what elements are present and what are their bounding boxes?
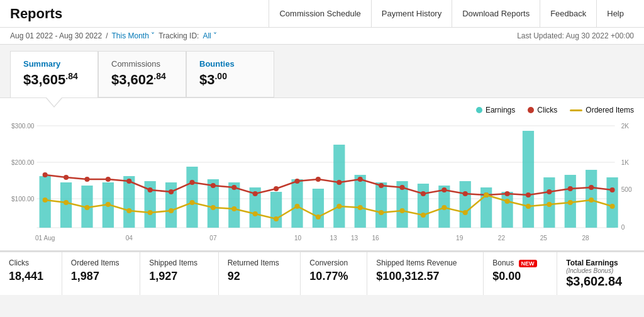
tracking-selector[interactable]: All ˅ — [203, 31, 217, 40]
returned-items-label: Returned Items — [228, 259, 292, 267]
clicks-dot — [528, 107, 534, 113]
chart-svg: $300.00 $200.00 $100.00 2K 1K 500 0 — [10, 120, 634, 245]
svg-point-85 — [421, 213, 426, 218]
stat-clicks: Clicks 18,441 — [0, 252, 62, 295]
separator: / — [106, 31, 108, 40]
clicks-label: Clicks — [537, 106, 557, 114]
stat-conversion: Conversion 10.77% — [301, 252, 367, 295]
svg-text:07: 07 — [209, 235, 217, 242]
svg-point-41 — [84, 177, 89, 182]
commissions-value: $3,602.84 — [111, 71, 173, 88]
summary-card-commissions[interactable]: Commissions $3,602.84 — [98, 51, 186, 97]
nav-payment-history[interactable]: Payment History — [371, 0, 452, 28]
svg-point-83 — [379, 210, 384, 215]
svg-point-93 — [589, 197, 594, 203]
svg-point-77 — [253, 211, 258, 216]
summary-card-summary[interactable]: Summary $3,605.84 — [10, 51, 98, 97]
svg-point-91 — [547, 202, 552, 207]
bounties-value: $3.00 — [199, 71, 261, 88]
svg-point-73 — [169, 208, 174, 213]
svg-point-87 — [463, 210, 468, 215]
svg-point-80 — [316, 214, 321, 220]
svg-rect-34 — [523, 131, 534, 228]
stat-shipped-items: Shipped Items 1,927 — [140, 252, 218, 295]
summary-label: Summary — [23, 59, 85, 69]
svg-text:16: 16 — [372, 235, 379, 242]
period-selector[interactable]: This Month ˅ — [111, 31, 155, 40]
svg-point-50 — [274, 186, 279, 191]
svg-point-67 — [43, 197, 48, 203]
svg-text:$100.00: $100.00 — [11, 196, 35, 203]
page-title: Reports — [10, 6, 62, 22]
svg-point-69 — [84, 205, 89, 210]
svg-rect-24 — [313, 189, 324, 228]
svg-text:13: 13 — [351, 235, 358, 242]
svg-point-64 — [568, 186, 573, 191]
earnings-dot — [476, 107, 482, 113]
svg-point-58 — [441, 187, 447, 192]
total-earnings-sublabel: (Includes Bonus) — [566, 267, 635, 274]
svg-point-61 — [505, 191, 510, 196]
ordered-items-value: 1,987 — [71, 270, 131, 283]
svg-rect-33 — [501, 192, 513, 228]
earnings-label: Earnings — [486, 106, 515, 114]
svg-point-84 — [399, 208, 404, 213]
svg-rect-25 — [333, 145, 345, 228]
nav-download-reports[interactable]: Download Reports — [452, 0, 540, 28]
clicks-label: Clicks — [9, 259, 53, 267]
summary-section: Summary $3,605.84 Commissions $3,602.84 … — [0, 45, 644, 97]
svg-point-45 — [169, 189, 174, 194]
nav-help[interactable]: Help — [596, 0, 634, 28]
svg-point-71 — [126, 208, 131, 213]
svg-text:28: 28 — [582, 235, 589, 242]
svg-point-39 — [43, 172, 48, 177]
shipped-revenue-label: Shipped Items Revenue — [376, 259, 474, 267]
svg-point-63 — [547, 189, 552, 194]
svg-point-54 — [358, 177, 363, 182]
svg-point-66 — [610, 187, 615, 192]
svg-text:22: 22 — [498, 235, 506, 242]
svg-text:04: 04 — [126, 235, 133, 242]
chart-section: Earnings Clicks Ordered Items $300.00 $2… — [0, 97, 644, 251]
svg-point-92 — [568, 200, 573, 205]
total-earnings-label: Total Earnings — [566, 259, 635, 267]
svg-point-89 — [505, 199, 510, 204]
bounties-label: Bounties — [199, 59, 261, 69]
summary-card-bounties[interactable]: Bounties $3.00 — [186, 51, 274, 97]
svg-point-46 — [189, 180, 194, 185]
total-earnings-value: $3,602.84 — [566, 274, 635, 289]
svg-text:10: 10 — [294, 235, 302, 242]
svg-point-94 — [610, 204, 615, 209]
svg-point-55 — [379, 183, 384, 188]
ordered-items-line — [570, 109, 582, 111]
svg-point-76 — [231, 206, 236, 211]
svg-point-79 — [294, 204, 299, 209]
svg-point-53 — [336, 180, 341, 185]
svg-point-42 — [106, 177, 111, 182]
chart-legend: Earnings Clicks Ordered Items — [10, 106, 634, 114]
new-badge: NEW — [519, 260, 537, 267]
svg-point-81 — [336, 204, 341, 209]
svg-rect-15 — [123, 176, 135, 228]
top-nav: Reports Commission Schedule Payment Hist… — [0, 0, 644, 28]
svg-point-51 — [294, 179, 299, 184]
svg-rect-22 — [270, 192, 282, 228]
svg-rect-29 — [418, 184, 429, 228]
nav-feedback[interactable]: Feedback — [540, 0, 596, 28]
svg-text:01 Aug: 01 Aug — [35, 235, 55, 242]
sub-bar: Aug 01 2022 - Aug 30 2022 / This Month ˅… — [0, 28, 644, 45]
svg-point-47 — [211, 183, 216, 188]
nav-commission-schedule[interactable]: Commission Schedule — [269, 0, 370, 28]
svg-text:$300.00: $300.00 — [11, 123, 35, 130]
svg-point-59 — [463, 191, 468, 196]
svg-text:25: 25 — [540, 235, 548, 242]
svg-point-56 — [399, 185, 404, 190]
svg-point-78 — [274, 216, 279, 221]
clicks-value: 18,441 — [9, 270, 53, 283]
summary-value: $3,605.84 — [23, 71, 85, 88]
svg-rect-31 — [460, 181, 471, 228]
svg-text:0: 0 — [621, 224, 625, 231]
conversion-label: Conversion — [309, 259, 358, 267]
svg-text:13: 13 — [330, 235, 338, 242]
svg-rect-38 — [606, 177, 618, 228]
